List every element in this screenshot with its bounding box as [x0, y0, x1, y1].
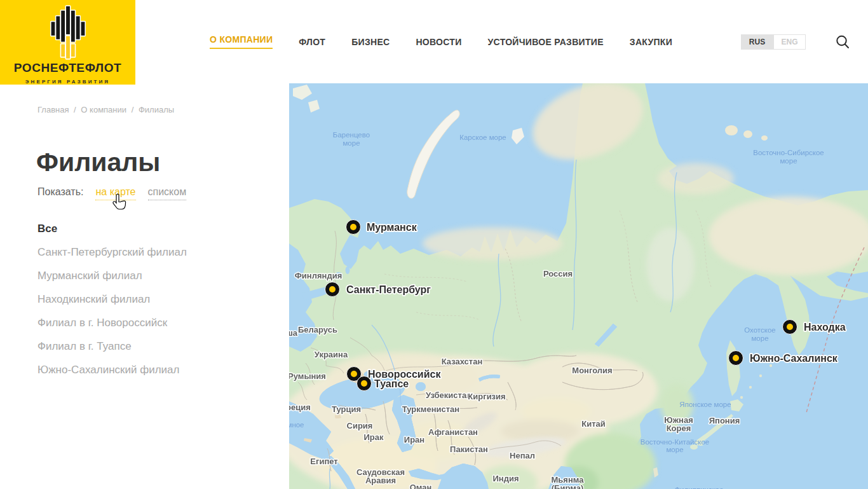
branch-filter-list: Все Санкт-Петербургский филиал Мурмански…: [37, 217, 187, 382]
country-label: Турция: [332, 404, 361, 414]
country-label: Казахстан: [442, 357, 483, 366]
country-label: Финляндия: [295, 271, 342, 280]
marker-core-icon: [361, 380, 367, 387]
brand-name: РОСНЕФТЕФЛОТ: [14, 61, 122, 75]
sea-label: море: [751, 334, 768, 342]
view-switcher: Показать: на карте списком: [37, 186, 186, 200]
map-marker[interactable]: Находка: [783, 320, 846, 334]
marker-label: Мурманск: [367, 222, 417, 233]
rosneft-logo-icon: [39, 3, 97, 60]
lang-rus-button[interactable]: RUS: [741, 34, 773, 50]
country-label: Монголия: [572, 366, 612, 375]
branches-map[interactable]: БаренцевомореКарское мореВосточно-Сибирс…: [289, 83, 868, 489]
sea-label: Восточно-Китайское: [641, 438, 709, 446]
sea-label: Баренцево: [333, 131, 370, 139]
marker-core-icon: [350, 224, 356, 230]
country-label: Ирак: [363, 432, 384, 442]
country-label: Сирия: [347, 421, 373, 430]
show-label: Показать:: [37, 186, 83, 198]
marker-core-icon: [351, 371, 357, 377]
nav-item-business[interactable]: БИЗНЕС: [351, 37, 390, 47]
branch-item-all[interactable]: Все: [37, 217, 187, 240]
logo[interactable]: РОСНЕФТЕФЛОТ ЭНЕРГИЯ РАЗВИТИЯ: [0, 0, 135, 85]
country-label: Румыния: [289, 371, 326, 381]
country-label: Туркменистан: [402, 404, 459, 414]
branch-item-nakhodka[interactable]: Находкинский филиал: [37, 287, 187, 311]
marker-core-icon: [787, 324, 793, 330]
country-label: Узбекистан: [426, 390, 471, 400]
view-link-list[interactable]: списком: [148, 186, 187, 200]
breadcrumb-current: Филиалы: [139, 105, 174, 114]
map-marker[interactable]: Мурманск: [346, 220, 417, 235]
country-label: Корея: [667, 424, 691, 433]
country-label: Китай: [581, 419, 606, 429]
marker-label: Южно-Сахалинск: [750, 353, 838, 364]
marker-label: Туапсе: [374, 378, 409, 389]
breadcrumb: Главная / О компании / Филиалы: [37, 105, 177, 114]
sea-label: Карское море: [459, 134, 506, 141]
country-label: Иран: [404, 435, 424, 444]
marker-label: Санкт-Петербург: [346, 284, 431, 295]
branch-item-novorossiysk[interactable]: Филиал в г. Новороссийск: [37, 311, 187, 334]
country-label: Беларусь: [298, 325, 337, 334]
country-label: Аравия: [365, 476, 396, 485]
search-icon: [834, 34, 851, 50]
sea-label: море: [666, 446, 683, 453]
marker-core-icon: [733, 355, 739, 361]
language-switcher: RUS ENG: [741, 34, 806, 50]
country-label: Япония: [709, 416, 740, 425]
country-label: Непал: [510, 451, 535, 460]
nav-item-news[interactable]: НОВОСТИ: [416, 37, 461, 47]
left-panel: Главная / О компании / Филиалы Филиалы П…: [0, 83, 289, 489]
branch-item-tuapse[interactable]: Филиал в г. Туапсе: [37, 334, 187, 358]
main-nav: О КОМПАНИИ ФЛОТ БИЗНЕС НОВОСТИ УСТОЙЧИВО…: [210, 0, 672, 83]
country-label: Афганистан: [428, 427, 478, 437]
marker-label: Находка: [804, 322, 846, 333]
sea-label: море: [780, 157, 797, 165]
country-label: Россия: [543, 269, 573, 279]
search-button[interactable]: [834, 34, 851, 50]
lang-eng-button[interactable]: ENG: [773, 34, 806, 50]
brand-tagline: ЭНЕРГИЯ РАЗВИТИЯ: [25, 79, 110, 85]
sea-label: Восточно-Сибирское: [753, 149, 824, 156]
page-title: Филиалы: [36, 148, 160, 177]
sea-label: Филиппинское: [674, 486, 723, 489]
country-label: (Бирма): [552, 483, 583, 489]
breadcrumb-home[interactable]: Главная: [37, 105, 69, 114]
country-label: Украина: [315, 350, 348, 359]
nav-item-fleet[interactable]: ФЛОТ: [299, 37, 325, 47]
nav-item-sustainability[interactable]: УСТОЙЧИВОЕ РАЗВИТИЕ: [488, 37, 604, 47]
branch-item-sakhalin[interactable]: Южно-Сахалинский филиал: [37, 358, 187, 382]
country-label: Египет: [310, 457, 337, 466]
map-marker[interactable]: Туапсе: [357, 376, 409, 391]
branch-item-spb[interactable]: Санкт-Петербургский филиал: [37, 240, 187, 264]
sea-label: Охотское: [744, 326, 775, 334]
view-link-map[interactable]: на карте: [95, 186, 135, 200]
country-label: Греция: [289, 403, 311, 412]
country-label: ша: [289, 328, 298, 338]
breadcrumb-separator: /: [74, 105, 76, 114]
map-canvas: БаренцевомореКарское мореВосточно-Сибирс…: [289, 83, 868, 489]
nav-item-company[interactable]: О КОМПАНИИ: [210, 34, 273, 49]
sea-label: мное: [289, 421, 304, 429]
breadcrumb-company[interactable]: О компании: [81, 105, 126, 114]
marker-core-icon: [329, 286, 336, 293]
country-label: Пакистан: [450, 444, 488, 454]
sea-label: море: [342, 139, 360, 147]
nav-item-procurement[interactable]: ЗАКУПКИ: [630, 37, 672, 47]
breadcrumb-separator: /: [132, 105, 134, 114]
country-label: Киргизия: [468, 392, 505, 401]
country-label: Индия: [492, 474, 519, 483]
branch-item-murmansk[interactable]: Мурманский филиал: [37, 264, 187, 287]
country-label: Оман: [410, 483, 432, 489]
sea-label: Японское море: [679, 401, 731, 408]
